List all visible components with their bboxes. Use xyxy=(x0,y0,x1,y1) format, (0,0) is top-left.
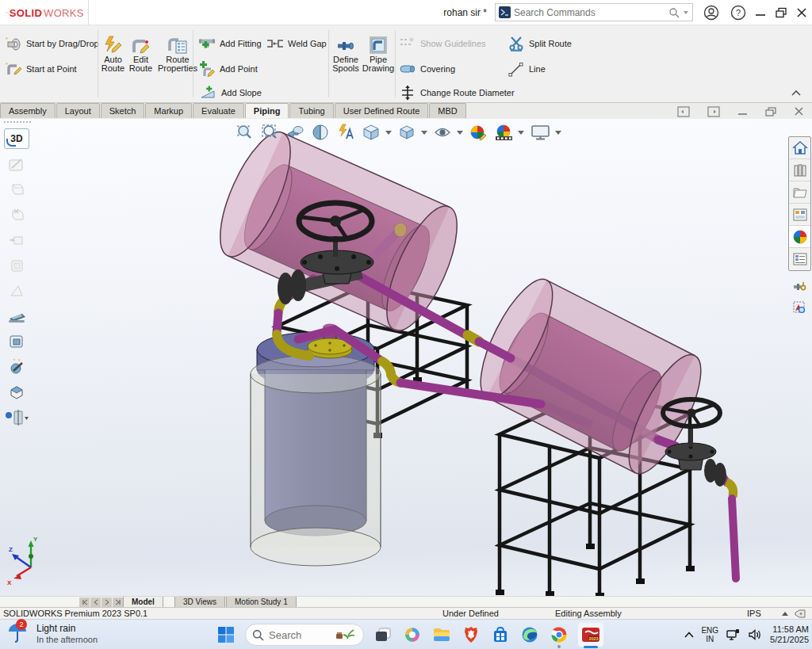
define-spools-button[interactable]: Define Spools xyxy=(331,35,361,73)
graphics-area[interactable]: 3D ** xyxy=(0,119,812,596)
store-button[interactable] xyxy=(490,624,511,645)
units-selector[interactable]: IPS xyxy=(747,609,761,618)
minimize-button[interactable] xyxy=(750,0,771,25)
zoom-area-icon[interactable] xyxy=(260,123,280,142)
weather-widget[interactable]: 2 Light rain In the afternoon xyxy=(6,622,98,646)
tab-3d-views[interactable]: 3D Views xyxy=(174,597,225,608)
language-indicator[interactable]: ENG IN xyxy=(701,626,718,643)
plane-button[interactable] xyxy=(3,279,30,303)
routing-tools-tab[interactable] xyxy=(788,296,810,319)
edit-appearance-icon[interactable] xyxy=(469,123,488,142)
tab-piping[interactable]: Piping xyxy=(245,103,289,118)
tag-icon[interactable] xyxy=(795,609,806,618)
taskbar-search[interactable] xyxy=(245,624,364,646)
doc-close-icon[interactable] xyxy=(794,107,804,116)
tab-tubing[interactable]: Tubing xyxy=(289,103,333,118)
annotations-icon[interactable] xyxy=(336,123,356,142)
assembly-3d-scene[interactable] xyxy=(35,119,812,596)
routing-library-tab[interactable] xyxy=(788,274,810,296)
search-dropdown-caret[interactable] xyxy=(683,10,689,15)
command-search-box[interactable] xyxy=(495,3,693,21)
box-select-button[interactable] xyxy=(3,178,30,201)
help-button[interactable]: ? xyxy=(726,0,750,25)
magnifier-icon[interactable] xyxy=(668,7,680,18)
move-component-button[interactable] xyxy=(3,228,30,252)
tab-scroll-next[interactable] xyxy=(102,597,112,607)
shaded-cube-button[interactable] xyxy=(3,254,30,277)
previous-view-icon[interactable] xyxy=(285,123,305,142)
tab-model[interactable]: Model xyxy=(123,597,163,608)
pin-icon[interactable] xyxy=(87,8,88,17)
hide-show-icon[interactable] xyxy=(433,123,453,142)
zoom-fit-icon[interactable] xyxy=(235,123,255,142)
left-tank[interactable] xyxy=(206,123,471,339)
measure-button[interactable] xyxy=(3,304,30,328)
change-route-diameter-button[interactable]: Change Route Diameter xyxy=(399,84,515,101)
tab-motion-study[interactable]: Motion Study 1 xyxy=(226,597,297,608)
ribbon-collapse-chevron[interactable] xyxy=(791,90,801,96)
view-settings-caret[interactable] xyxy=(555,131,561,135)
task-view-button[interactable] xyxy=(373,624,393,645)
edge-button[interactable] xyxy=(519,624,540,645)
speaker-icon[interactable] xyxy=(748,628,763,641)
clock[interactable]: 11:58 AM 5/21/2025 xyxy=(770,624,809,645)
command-search-input[interactable] xyxy=(514,7,665,18)
apply-scene-caret[interactable] xyxy=(518,131,524,135)
file-explorer-tab[interactable] xyxy=(789,181,810,204)
section-box-button[interactable] xyxy=(3,330,30,353)
chevron-up-icon[interactable] xyxy=(684,632,694,638)
pane-right-icon[interactable] xyxy=(707,106,720,117)
hide-show-caret[interactable] xyxy=(457,131,463,135)
reference-plane-button[interactable] xyxy=(3,406,30,429)
split-route-button[interactable]: Split Route xyxy=(508,35,572,52)
vertical-tank[interactable] xyxy=(251,324,381,567)
tab-markup[interactable]: Markup xyxy=(145,103,192,118)
covering-button[interactable]: Covering xyxy=(399,60,455,78)
taskbar-search-input[interactable] xyxy=(269,629,330,641)
solidworks-taskbar-button[interactable]: 2023 xyxy=(578,623,603,647)
design-library-tab[interactable] xyxy=(789,159,810,181)
doc-minimize-icon[interactable] xyxy=(737,107,748,116)
view-settings-icon[interactable] xyxy=(530,123,551,142)
units-caret[interactable] xyxy=(782,612,788,616)
close-button[interactable] xyxy=(791,0,812,25)
tab-evaluate[interactable]: Evaluate xyxy=(193,103,244,118)
tab-user-defined-route[interactable]: User Defined Route xyxy=(335,103,429,118)
pipe-drawing-button[interactable]: Pipe Drawing xyxy=(362,35,395,73)
tab-scroll-last[interactable] xyxy=(113,597,123,607)
network-icon[interactable] xyxy=(726,628,741,642)
doc-restore-icon[interactable] xyxy=(765,107,776,117)
restore-button[interactable] xyxy=(771,0,791,25)
start-by-dragdrop-button[interactable]: * Start by Drag/Drop xyxy=(5,35,99,52)
weld-gap-button[interactable]: Weld Gap xyxy=(266,35,327,52)
view-orientation-icon[interactable] xyxy=(362,123,381,142)
add-slope-button[interactable]: Add Slope xyxy=(200,84,262,101)
delete-face-button[interactable] xyxy=(3,203,30,227)
auto-route-button[interactable]: Auto Route xyxy=(100,35,126,73)
sketch-3d-button[interactable]: 3D xyxy=(3,127,30,151)
copilot-button[interactable] xyxy=(402,624,423,645)
tab-scroll-buttons[interactable] xyxy=(79,597,123,607)
start-at-point-button[interactable]: * Start at Point xyxy=(5,60,77,78)
add-fitting-button[interactable]: Add Fitting xyxy=(198,35,262,52)
corner-box-button[interactable] xyxy=(3,380,30,404)
toolbar-grip[interactable] xyxy=(3,120,32,124)
tab-sketch[interactable]: Sketch xyxy=(101,103,145,118)
home-tab[interactable] xyxy=(789,137,810,159)
display-style-caret[interactable] xyxy=(421,131,427,135)
view-palette-tab[interactable] xyxy=(789,204,810,226)
logged-in-user[interactable]: rohan sir * xyxy=(443,7,487,18)
tab-scroll-first[interactable] xyxy=(79,597,90,607)
file-explorer-button[interactable] xyxy=(431,624,452,645)
brave-button[interactable] xyxy=(461,624,481,645)
pane-left-icon[interactable] xyxy=(677,106,690,117)
line-button[interactable]: Line xyxy=(508,60,546,78)
tab-layout[interactable]: Layout xyxy=(56,103,100,118)
user-account-button[interactable] xyxy=(699,0,723,25)
custom-properties-tab[interactable] xyxy=(789,248,810,270)
tab-scroll-prev[interactable] xyxy=(90,597,101,607)
display-style-icon[interactable] xyxy=(397,123,417,142)
appearances-tab[interactable] xyxy=(789,226,810,248)
chrome-button[interactable] xyxy=(549,624,569,645)
show-guidelines-button[interactable]: Show Guidelines xyxy=(399,35,486,52)
